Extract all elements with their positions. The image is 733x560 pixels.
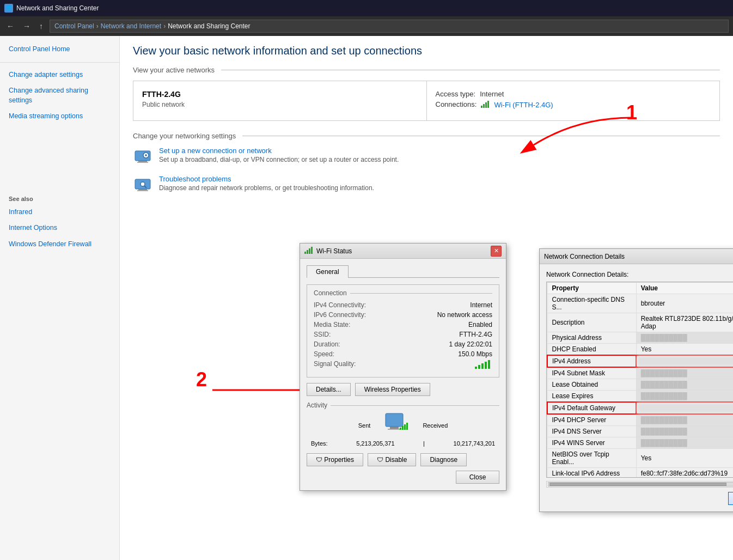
table-row: IPv4 Default Gateway192.168.1.xxx <box>547 402 733 414</box>
media-state-label: Media State: <box>314 321 401 328</box>
value-cell: Yes <box>636 449 733 468</box>
svg-rect-0 <box>481 106 482 108</box>
value-cell: Yes <box>636 344 733 356</box>
see-also-label: See also <box>0 190 119 204</box>
access-type-row: Access type: Internet <box>436 90 711 98</box>
sidebar-windows-defender[interactable]: Windows Defender Firewall <box>0 236 119 253</box>
troubleshoot-text: Troubleshoot problems Diagnose and repai… <box>159 175 374 192</box>
sidebar-internet-options[interactable]: Internet Options <box>0 220 119 236</box>
shield-icon: 🛡 <box>316 456 322 464</box>
ssid-label: SSID: <box>314 331 401 338</box>
svg-rect-26 <box>488 360 490 369</box>
main-layout: Control Panel Home Change adapter settin… <box>0 36 733 560</box>
change-settings-label: Change your networking settings <box>133 132 720 140</box>
svg-rect-23 <box>478 365 480 369</box>
media-state-row: Media State: Enabled <box>314 321 492 328</box>
page-title: View your basic network information and … <box>133 45 720 57</box>
table-row: Physical Address██████████ <box>547 332 733 344</box>
sidebar-media-streaming[interactable]: Media streaming options <box>0 108 119 125</box>
value-cell: Realtek RTL8723DE 802.11b/g/n PCIe Adap <box>636 313 733 332</box>
path-network-internet[interactable]: Network and Internet <box>101 22 161 30</box>
property-cell: Lease Expires <box>547 391 636 403</box>
value-cell: ██████████ <box>636 426 733 437</box>
value-cell: ██████████ <box>636 391 733 403</box>
details-section-label: Network Connection Details: <box>546 271 733 278</box>
received-label: Received <box>423 422 448 429</box>
table-row: IPv4 WINS Server██████████ <box>547 437 733 449</box>
bytes-row: Bytes: 5,213,205,371 | 10,217,743,201 <box>307 440 499 447</box>
forward-button[interactable]: → <box>21 21 33 32</box>
property-cell: Physical Address <box>547 332 636 344</box>
sidebar: Control Panel Home Change adapter settin… <box>0 36 120 560</box>
wifi-status-dialog: Wi-Fi Status ✕ General Connection IPv4 C… <box>300 243 506 491</box>
value-cell: ██████████ <box>636 332 733 344</box>
wifi-close-row: Close <box>307 471 499 484</box>
ipv6-label: IPv6 Connectivity: <box>314 311 401 319</box>
property-cell: Lease Obtained <box>547 379 636 391</box>
wifi-close-button[interactable]: Close <box>456 471 499 484</box>
content-area: View your basic network information and … <box>120 36 733 560</box>
bytes-label: Bytes: <box>311 440 328 447</box>
details-dialog-title: Network Connection Details <box>544 253 733 260</box>
media-state-value: Enabled <box>401 321 492 328</box>
signal-quality-row: Signal Quality: <box>314 360 492 370</box>
path-control-panel[interactable]: Control Panel <box>54 22 94 30</box>
value-cell: ██████████ <box>636 379 733 391</box>
disable-button[interactable]: 🛡 Disable <box>368 453 416 466</box>
wifi-dialog-title: Wi-Fi Status <box>316 247 487 255</box>
activity-section: Activity Sent <box>307 401 499 447</box>
property-cell: IPv4 WINS Server <box>547 437 636 449</box>
wireless-properties-button[interactable]: Wireless Properties <box>355 383 430 396</box>
wifi-dialog-titlebar: Wi-Fi Status ✕ <box>300 244 506 259</box>
details-dialog-content: Network Connection Details: Property Val… <box>540 264 733 512</box>
wifi-link[interactable]: Wi-Fi (FTTH-2.4G) <box>481 100 553 109</box>
details-button[interactable]: Details... <box>307 383 351 396</box>
troubleshoot-item: Troubleshoot problems Diagnose and repai… <box>133 175 720 194</box>
svg-rect-6 <box>137 162 148 163</box>
connections-row: Connections: Wi-Fi (FTTH-2.4G) <box>436 100 711 109</box>
properties-button[interactable]: 🛡 Properties <box>307 453 363 466</box>
value-cell: bbrouter <box>636 294 733 313</box>
settings-section: Set up a new connection or network Set u… <box>133 147 720 194</box>
sidebar-divider-1 <box>0 62 119 63</box>
table-row: Link-local IPv6 Addressfe80::fcf7:38fe:2… <box>547 468 733 478</box>
app-icon: 🌐 <box>4 4 13 13</box>
svg-rect-33 <box>406 423 408 430</box>
setup-link[interactable]: Set up a new connection or network <box>159 147 399 155</box>
bytes-received: 10,217,743,201 <box>454 440 495 447</box>
setup-text: Set up a new connection or network Set u… <box>159 147 399 163</box>
sidebar-change-adapter[interactable]: Change adapter settings <box>0 67 119 83</box>
wifi-action-buttons: Details... Wireless Properties <box>307 383 499 396</box>
svg-rect-29 <box>388 429 401 430</box>
table-row: IPv4 Address192.168.1.xxx <box>547 355 733 367</box>
svg-rect-31 <box>402 426 404 430</box>
svg-rect-18 <box>304 252 306 254</box>
network-name: FTTH-2.4G <box>142 90 418 99</box>
property-cell: Connection-specific DNS S... <box>547 294 636 313</box>
table-row: DescriptionRealtek RTL8723DE 802.11b/g/n… <box>547 313 733 332</box>
troubleshoot-link[interactable]: Troubleshoot problems <box>159 175 374 183</box>
table-row: Lease Expires██████████ <box>547 391 733 403</box>
wifi-dialog-content: General Connection IPv4 Connectivity: In… <box>300 259 506 490</box>
duration-label: Duration: <box>314 340 401 348</box>
table-row: DHCP EnabledYes <box>547 344 733 356</box>
diagnose-button[interactable]: Diagnose <box>420 453 467 466</box>
property-cell: IPv4 Address <box>547 355 636 367</box>
up-button[interactable]: ↑ <box>37 21 45 32</box>
sidebar-change-advanced[interactable]: Change advanced sharing settings <box>0 83 119 108</box>
signal-quality-bars <box>401 360 492 370</box>
connection-group: Connection IPv4 Connectivity: Internet I… <box>307 284 499 378</box>
svg-rect-27 <box>386 413 403 427</box>
table-row: NetBIOS over Tcpip Enabl...Yes <box>547 449 733 468</box>
connection-group-title: Connection <box>314 289 492 297</box>
details-close-button[interactable]: Close <box>728 492 733 505</box>
property-cell: IPv4 Subnet Mask <box>547 367 636 379</box>
sidebar-infrared[interactable]: Infrared <box>0 204 119 221</box>
back-button[interactable]: ← <box>4 21 16 32</box>
details-scrollbar[interactable] <box>546 481 733 488</box>
sidebar-control-panel-home[interactable]: Control Panel Home <box>0 41 119 58</box>
tab-general[interactable]: General <box>307 265 349 278</box>
ipv6-value: No network access <box>401 311 492 319</box>
wifi-dialog-close[interactable]: ✕ <box>491 246 502 257</box>
ssid-row: SSID: FTTH-2.4G <box>314 331 492 338</box>
